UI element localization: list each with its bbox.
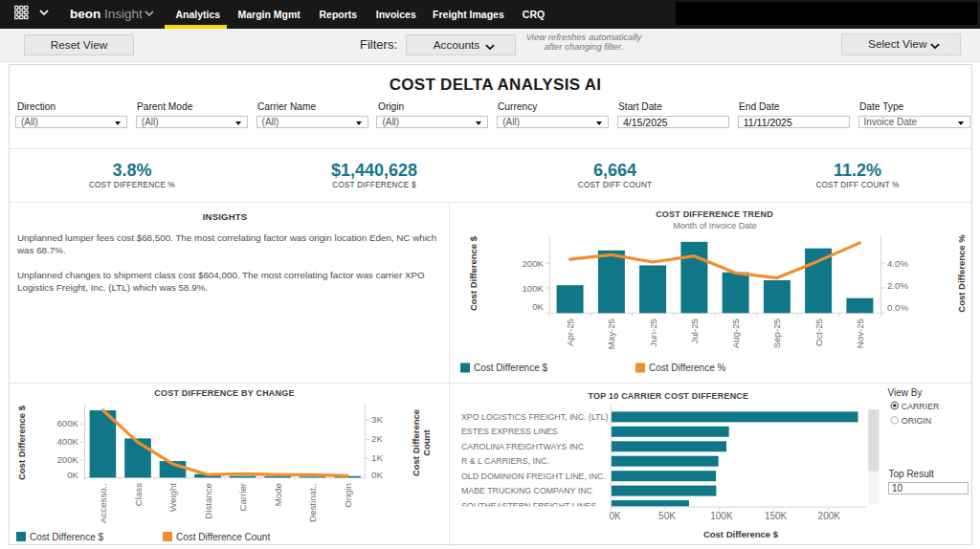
svg-text:100K: 100K <box>522 283 544 294</box>
svg-text:0K: 0K <box>609 511 621 521</box>
svg-text:Cost Difference $: Cost Difference $ <box>703 529 779 539</box>
svg-text:100K: 100K <box>710 511 733 521</box>
svg-text:Jun-25: Jun-25 <box>648 318 658 347</box>
svg-text:SOUTHEASTERN FREIGHT LINES: SOUTHEASTERN FREIGHT LINES <box>461 501 596 511</box>
svg-text:200K: 200K <box>818 511 841 521</box>
svg-text:Cost Difference: Cost Difference <box>411 409 421 476</box>
svg-text:ESTES EXPRESS LINES: ESTES EXPRESS LINES <box>461 427 558 436</box>
svg-text:Cost Difference Count: Cost Difference Count <box>176 532 270 542</box>
svg-text:TOP 10 CARRIER COST DIFFERENCE: TOP 10 CARRIER COST DIFFERENCE <box>589 391 749 401</box>
svg-text:0K: 0K <box>532 301 544 312</box>
svg-text:Count: Count <box>421 428 432 455</box>
svg-text:600K: 600K <box>56 418 78 428</box>
svg-text:Jul-25: Jul-25 <box>689 318 700 343</box>
svg-text:Cost Difference $: Cost Difference $ <box>16 405 27 480</box>
svg-text:COST DIFFERENCE TREND: COST DIFFERENCE TREND <box>656 209 773 219</box>
svg-text:R & L CARRIERS, INC.: R & L CARRIERS, INC. <box>461 456 549 466</box>
svg-text:150K: 150K <box>765 511 788 521</box>
svg-text:Nov-25: Nov-25 <box>855 318 865 348</box>
svg-text:Cost Difference $: Cost Difference $ <box>468 235 479 311</box>
svg-text:400K: 400K <box>56 436 78 447</box>
svg-text:0K: 0K <box>371 470 383 480</box>
svg-text:200K: 200K <box>522 258 544 269</box>
svg-text:Cost Difference %: Cost Difference % <box>649 362 726 373</box>
svg-text:Aug-25: Aug-25 <box>730 318 741 348</box>
svg-text:XPO LOGISTICS FREIGHT, INC. (L: XPO LOGISTICS FREIGHT, INC. (LTL) <box>461 412 608 422</box>
svg-text:Cost Difference $: Cost Difference $ <box>474 362 548 373</box>
svg-text:CAROLINA FREIGHTWAYS INC: CAROLINA FREIGHTWAYS INC <box>461 442 585 451</box>
svg-text:OLD DOMINION FREIGHT LINE, INC: OLD DOMINION FREIGHT LINE, INC. <box>461 472 606 481</box>
svg-text:Destinat..: Destinat.. <box>307 483 318 522</box>
svg-text:Origin: Origin <box>343 483 353 508</box>
svg-text:Cost Difference %: Cost Difference % <box>956 234 967 313</box>
svg-text:Weight: Weight <box>167 483 178 512</box>
svg-text:Accesso..: Accesso.. <box>98 483 108 523</box>
svg-text:2K: 2K <box>371 433 383 444</box>
svg-text:50K: 50K <box>658 511 676 521</box>
svg-text:COST DIFFERENCE BY CHANGE: COST DIFFERENCE BY CHANGE <box>154 388 294 398</box>
svg-text:Oct-25: Oct-25 <box>813 318 824 346</box>
svg-text:Sep-25: Sep-25 <box>771 318 782 348</box>
svg-text:Carrier: Carrier <box>237 482 248 511</box>
svg-text:MABE TRUCKING COMPANY INC: MABE TRUCKING COMPANY INC <box>461 486 593 495</box>
svg-text:Distance: Distance <box>203 483 213 519</box>
svg-text:Apr-25: Apr-25 <box>565 318 575 346</box>
svg-text:Month of Invoice Date: Month of Invoice Date <box>673 221 757 231</box>
svg-text:200K: 200K <box>56 454 78 465</box>
svg-text:1K: 1K <box>371 452 383 463</box>
svg-text:Mode: Mode <box>273 483 283 506</box>
svg-text:Cost Difference $: Cost Difference $ <box>30 532 104 542</box>
svg-text:3K: 3K <box>371 414 383 425</box>
svg-text:4.0%: 4.0% <box>887 258 908 269</box>
svg-text:0K: 0K <box>67 470 78 480</box>
svg-text:0.0%: 0.0% <box>887 302 908 313</box>
svg-text:2.0%: 2.0% <box>887 280 908 291</box>
svg-text:Class: Class <box>133 483 144 506</box>
svg-text:May-25: May-25 <box>606 318 616 349</box>
